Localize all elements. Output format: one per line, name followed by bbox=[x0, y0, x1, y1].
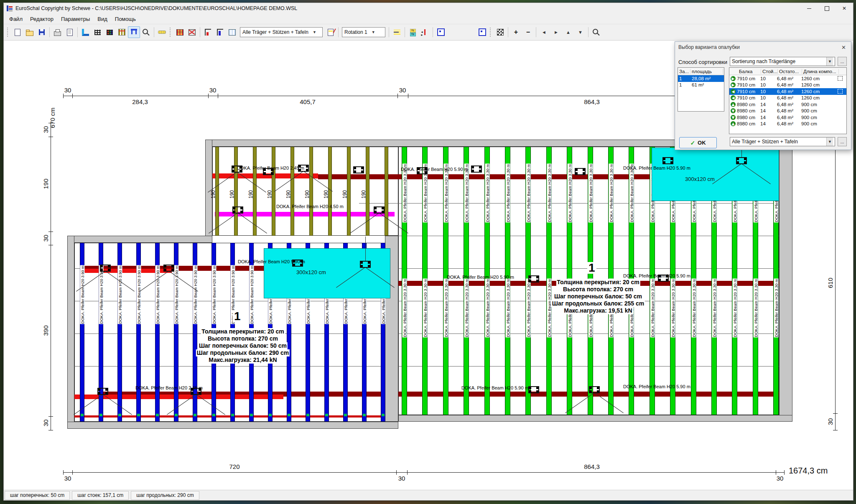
dimension-label: 30 bbox=[827, 418, 834, 425]
sort-more-button[interactable]: ... bbox=[838, 57, 847, 66]
prop-symbol[interactable] bbox=[575, 168, 586, 175]
variant-row[interactable]: 161 m² bbox=[678, 82, 724, 89]
prop-symbol[interactable] bbox=[528, 275, 539, 283]
variant-row[interactable]: 128,08 m² bbox=[678, 75, 724, 82]
new-file-button[interactable] bbox=[11, 26, 23, 38]
formwork-panel[interactable] bbox=[264, 248, 390, 298]
toolbar-grip[interactable] bbox=[490, 28, 492, 37]
maximize-button[interactable] bbox=[818, 3, 836, 14]
panel-select-button[interactable] bbox=[435, 26, 447, 38]
toolbar-grip[interactable] bbox=[7, 28, 10, 37]
column-header[interactable]: Длина компо... bbox=[802, 69, 839, 74]
prop-symbol[interactable] bbox=[163, 265, 174, 272]
column-header[interactable]: Балка bbox=[738, 69, 761, 74]
check-icon: ✓ bbox=[690, 140, 695, 146]
beam-name-label: DOKA. Pfeifer Beam H20 3.90 m bbox=[155, 265, 160, 324]
panel-size-label: 300x120 cm bbox=[296, 269, 326, 275]
beams-table[interactable]: БалкаСтой...Остато...Длина компо...►7910… bbox=[729, 67, 847, 134]
save-button[interactable] bbox=[36, 26, 48, 38]
grid-tool-button[interactable] bbox=[92, 26, 104, 38]
rotation-combo[interactable]: Rotation 1 ▼ bbox=[342, 27, 385, 37]
menu-file[interactable]: Файл bbox=[5, 15, 26, 23]
filter-combo[interactable]: Alle Träger + Stützen + Tafeln ▼ bbox=[730, 137, 835, 146]
prop-symbol[interactable] bbox=[471, 165, 482, 173]
sort-combo[interactable]: Sortierung nach Trägerlänge ▼ bbox=[730, 57, 835, 66]
beam-variant-row[interactable]: ▼8980 cm146,48 m²900 cm bbox=[729, 108, 846, 115]
prop-symbol[interactable] bbox=[100, 265, 111, 272]
prop-symbol[interactable] bbox=[662, 157, 673, 164]
menu-parameters[interactable]: Параметры bbox=[57, 15, 94, 23]
menu-help[interactable]: Помощь bbox=[111, 15, 140, 23]
pattern-fill-button[interactable] bbox=[494, 26, 506, 38]
dimension-label: 284,3 bbox=[132, 98, 148, 105]
open-file-button[interactable] bbox=[23, 26, 36, 38]
prop-symbol[interactable] bbox=[736, 157, 747, 164]
beam-layout-tool-button[interactable] bbox=[116, 26, 128, 38]
prop-symbol[interactable] bbox=[353, 166, 364, 173]
measure-tool-button[interactable] bbox=[156, 26, 168, 38]
beam-variant-row[interactable]: ►7910 cm106,48 m²1260 cm bbox=[729, 82, 846, 89]
support-tool-button[interactable] bbox=[128, 26, 140, 38]
report-button[interactable] bbox=[324, 26, 336, 38]
variants-table[interactable]: За...площадь128,08 m²161 m² bbox=[678, 67, 724, 112]
beam-types-button[interactable] bbox=[407, 26, 419, 38]
beam-name-label: DOKA. Pfeifer Beam H20 3.30 m bbox=[526, 279, 530, 338]
status-prop-spacing: шаг стоек: 157,1 cm bbox=[72, 491, 129, 500]
material-list-button[interactable] bbox=[174, 26, 186, 38]
prop-symbol[interactable] bbox=[374, 206, 385, 214]
column-header[interactable]: За... bbox=[678, 69, 690, 74]
prop-symbol[interactable] bbox=[589, 386, 600, 393]
table-delete-icon bbox=[189, 29, 196, 36]
beam-variant-row[interactable]: ▲8980 cm146,48 m²900 cm bbox=[729, 101, 846, 108]
beam-name-label: DOKA. Pfeifer Beam H20 3.30 m bbox=[691, 279, 696, 338]
prop-symbol[interactable] bbox=[360, 261, 371, 268]
zoom-in-button[interactable]: + bbox=[510, 26, 522, 38]
pan-up-button[interactable]: ▲ bbox=[562, 26, 574, 38]
menu-editor[interactable]: Редактор bbox=[26, 15, 57, 23]
beam-variant-row[interactable]: ◄7910 cm106,48 m²1260 cm bbox=[729, 88, 846, 95]
plus-icon: + bbox=[514, 29, 518, 36]
toolbar-grip[interactable] bbox=[170, 28, 172, 37]
column-header[interactable]: площадь bbox=[690, 69, 723, 74]
olive-beam[interactable] bbox=[385, 147, 388, 236]
zoom-window-button[interactable] bbox=[590, 26, 602, 38]
delete-table-button[interactable] bbox=[186, 26, 198, 38]
dialog-title-bar[interactable]: Выбор варианта опалубки ✕ bbox=[675, 42, 851, 53]
beam-variant-row[interactable]: ▼8980 cm146,48 m²900 cm bbox=[729, 114, 846, 121]
beam-variant-row[interactable]: ▲8980 cm146,48 m²900 cm bbox=[729, 121, 846, 127]
pan-right-button[interactable]: ► bbox=[550, 26, 562, 38]
print-button[interactable] bbox=[51, 26, 64, 38]
beam-variant-row[interactable]: ◄7910 cm106,48 m²1260 cm bbox=[729, 95, 846, 102]
layers-button[interactable] bbox=[391, 26, 403, 38]
beam-name-label: DOKA. Pfeifer Beam H20 3.30 m bbox=[464, 279, 469, 338]
formwork-panel[interactable] bbox=[652, 148, 779, 201]
wall-tool-button[interactable] bbox=[79, 26, 92, 38]
zoom-tool-button[interactable] bbox=[140, 26, 152, 38]
beam-variant-row[interactable]: ►7910 cm106,48 m²1260 cm bbox=[729, 75, 846, 82]
pan-left-button[interactable]: ◄ bbox=[538, 26, 550, 38]
menu-view[interactable]: Вид bbox=[94, 15, 111, 23]
print-preview-button[interactable] bbox=[64, 26, 76, 38]
filter-more-button[interactable]: ... bbox=[838, 137, 847, 146]
column-header[interactable]: Остато... bbox=[778, 69, 802, 74]
layers-icon bbox=[394, 30, 400, 35]
column-header[interactable]: Стой... bbox=[761, 69, 778, 74]
minimize-button[interactable] bbox=[800, 3, 818, 14]
focus-box bbox=[838, 76, 843, 81]
pan-down-button[interactable]: ▼ bbox=[574, 26, 586, 38]
prop-symbol[interactable] bbox=[97, 388, 108, 395]
ok-button[interactable]: ✓ OK bbox=[679, 137, 717, 148]
beam-name-label: DOKA. Pfeifer Beam H20 5.90 m bbox=[461, 385, 529, 390]
stats-blue-button[interactable] bbox=[214, 26, 226, 38]
panel-edit-button[interactable] bbox=[476, 26, 488, 38]
prop-symbol[interactable] bbox=[232, 206, 243, 214]
spacing-button[interactable] bbox=[419, 26, 431, 38]
view-filter-combo[interactable]: Alle Träger + Stützen + Tafeln ▼ bbox=[240, 27, 323, 37]
zoom-out-button[interactable]: − bbox=[522, 26, 534, 38]
prop-symbol[interactable] bbox=[528, 386, 539, 393]
stats-red-button[interactable] bbox=[202, 26, 214, 38]
colored-grid-tool-button[interactable] bbox=[104, 26, 116, 38]
close-button[interactable]: ✕ bbox=[836, 3, 853, 14]
dialog-close-button[interactable]: ✕ bbox=[840, 44, 848, 51]
list-view-button[interactable] bbox=[226, 26, 238, 38]
